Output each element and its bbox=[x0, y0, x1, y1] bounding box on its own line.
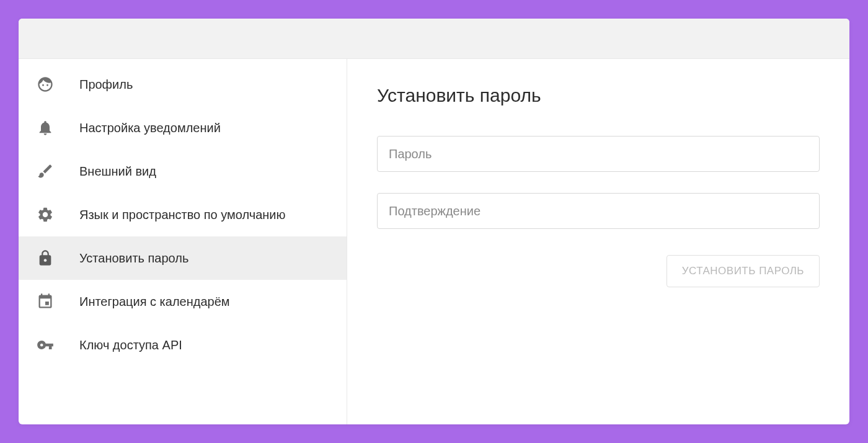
sidebar-item-profile[interactable]: Профиль bbox=[19, 63, 347, 106]
header-bar bbox=[19, 19, 849, 59]
sidebar-item-label: Интеграция с календарём bbox=[79, 293, 230, 310]
sidebar-item-label: Ключ доступа API bbox=[79, 337, 182, 354]
lock-icon bbox=[36, 249, 55, 267]
sidebar-item-language[interactable]: Язык и пространство по умолчанию bbox=[19, 193, 347, 236]
key-icon bbox=[36, 336, 55, 354]
confirm-password-input[interactable] bbox=[377, 193, 820, 229]
sidebar-item-label: Внешний вид bbox=[79, 163, 156, 180]
face-icon bbox=[36, 75, 55, 94]
sidebar-item-appearance[interactable]: Внешний вид bbox=[19, 150, 347, 193]
sidebar-item-password[interactable]: Установить пароль bbox=[19, 236, 347, 280]
content: Профиль Настройка уведомлений Внешний ви… bbox=[19, 59, 849, 424]
page-title: Установить пароль bbox=[377, 85, 820, 106]
settings-card: Профиль Настройка уведомлений Внешний ви… bbox=[19, 19, 849, 424]
password-input[interactable] bbox=[377, 136, 820, 172]
main-content: Установить пароль УСТАНОВИТЬ ПАРОЛЬ bbox=[347, 59, 849, 424]
submit-button[interactable]: УСТАНОВИТЬ ПАРОЛЬ bbox=[666, 255, 820, 287]
sidebar-item-label: Установить пароль bbox=[79, 250, 188, 267]
sidebar-item-api-key[interactable]: Ключ доступа API bbox=[19, 323, 347, 367]
bell-icon bbox=[36, 119, 55, 137]
button-row: УСТАНОВИТЬ ПАРОЛЬ bbox=[377, 255, 820, 287]
sidebar-item-notifications[interactable]: Настройка уведомлений bbox=[19, 106, 347, 150]
brush-icon bbox=[36, 162, 55, 181]
sidebar-item-label: Настройка уведомлений bbox=[79, 120, 221, 136]
sidebar-item-label: Язык и пространство по умолчанию bbox=[79, 207, 286, 223]
sidebar-item-calendar[interactable]: Интеграция с календарём bbox=[19, 280, 347, 323]
sidebar: Профиль Настройка уведомлений Внешний ви… bbox=[19, 59, 347, 424]
gear-icon bbox=[36, 205, 55, 224]
calendar-icon bbox=[36, 292, 55, 311]
sidebar-item-label: Профиль bbox=[79, 76, 133, 93]
